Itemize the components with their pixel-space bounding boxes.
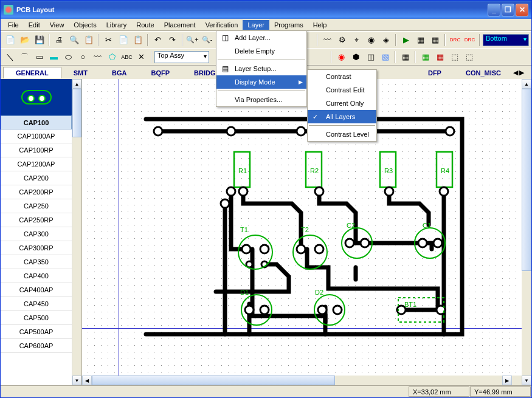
pcb-canvas[interactable]: R1 R2 R3 R4 <box>82 79 522 376</box>
menu-file[interactable]: File <box>3 20 24 30</box>
svg-point-14 <box>221 199 229 208</box>
title-icon[interactable]: 📋 <box>81 33 95 47</box>
tool4-icon[interactable]: ◈ <box>379 33 393 47</box>
tool12-icon[interactable]: ⬚ <box>462 50 476 64</box>
cat-dfp[interactable]: DFP <box>416 67 454 78</box>
menu-contrast-edit[interactable]: Contrast Edit <box>308 83 376 97</box>
drc-icon[interactable]: DRC <box>448 33 462 47</box>
cat-general[interactable]: GENERAL <box>3 67 61 78</box>
drc2-icon[interactable]: DRC <box>463 33 477 47</box>
close-button[interactable]: ✕ <box>516 4 528 16</box>
cat-next-icon[interactable]: ▶ <box>519 69 524 77</box>
zoom-out-icon[interactable]: 🔍- <box>200 33 214 47</box>
preview-icon[interactable]: 🔍 <box>67 33 81 47</box>
component-item[interactable]: CAP200 <box>1 171 72 185</box>
component-item[interactable]: CAP300RP <box>1 241 72 255</box>
minimize-button[interactable]: _ <box>488 4 500 16</box>
play-icon[interactable]: ▶ <box>399 33 413 47</box>
component-item[interactable]: CAP600AP <box>1 339 72 353</box>
cat-bga[interactable]: BGA <box>100 67 139 78</box>
menu-programs[interactable]: Programs <box>269 20 308 30</box>
sidebar-scrollbar[interactable]: ▲ ▼ <box>72 79 81 385</box>
menu-route[interactable]: Route <box>131 20 159 30</box>
menu-edit[interactable]: Edit <box>24 20 45 30</box>
menu-placement[interactable]: Placement <box>159 20 201 30</box>
menu-verification[interactable]: Verification <box>201 20 243 30</box>
tool11-icon[interactable]: ⬚ <box>447 50 461 64</box>
component-item[interactable]: CAP250RP <box>1 213 72 227</box>
zoom-in-icon[interactable]: 🔍+ <box>185 33 199 47</box>
tool2-icon[interactable]: ⌖ <box>350 33 364 47</box>
tool7-icon[interactable]: ◫ <box>364 50 378 64</box>
canvas-h-scrollbar[interactable]: ◀ ▶ <box>82 376 522 385</box>
line-icon[interactable]: ＼ <box>3 50 17 64</box>
undo-icon[interactable]: ↶ <box>151 33 165 47</box>
via-icon[interactable]: ◉ <box>334 50 348 64</box>
component-item[interactable]: CAP1000AP <box>1 129 72 143</box>
tool1-icon[interactable]: ⚙ <box>335 33 349 47</box>
menu-help[interactable]: Help <box>308 20 332 30</box>
menu-view[interactable]: View <box>45 20 69 30</box>
text-icon[interactable]: ABC <box>120 50 134 64</box>
tool8-icon[interactable]: ▧ <box>378 50 392 64</box>
maximize-button[interactable]: ❐ <box>502 4 514 16</box>
new-icon[interactable]: 📄 <box>3 33 17 47</box>
menu-all-layers[interactable]: ✓All Layers <box>308 110 376 123</box>
open-icon[interactable]: 📂 <box>18 33 32 47</box>
svg-point-13 <box>446 127 454 136</box>
redo-icon[interactable]: ↷ <box>165 33 179 47</box>
circle-icon[interactable]: ○ <box>76 50 90 64</box>
component-item[interactable]: CAP300 <box>1 227 72 241</box>
route-icon[interactable]: 〰 <box>320 33 334 47</box>
component-item[interactable]: CAP500AP <box>1 325 72 339</box>
component-item[interactable]: CAP250 <box>1 199 72 213</box>
component-item[interactable]: CAP200RP <box>1 185 72 199</box>
menu-delete-empty[interactable]: Delete Empty <box>216 44 306 58</box>
fillrect-icon[interactable]: ▬ <box>47 50 61 64</box>
menu-objects[interactable]: Objects <box>69 20 101 30</box>
menu-contrast-level[interactable]: Contrast Level <box>308 128 376 141</box>
menu-layer-setup[interactable]: ▤Layer Setup... <box>216 62 306 75</box>
paste-icon[interactable]: 📋 <box>131 33 145 47</box>
cat-smt[interactable]: SMT <box>61 67 100 78</box>
assy-select[interactable]: Top Assy <box>154 51 209 63</box>
menu-library[interactable]: Library <box>102 20 132 30</box>
print-icon[interactable]: 🖨 <box>52 33 66 47</box>
component-item[interactable]: CAP500 <box>1 311 72 325</box>
component-item[interactable]: CAP400AP <box>1 283 72 297</box>
copy-icon[interactable]: 📄 <box>116 33 130 47</box>
pad-icon[interactable]: ⬢ <box>349 50 363 64</box>
menu-current-only[interactable]: Current Only <box>308 97 376 110</box>
tool3-icon[interactable]: ◉ <box>364 33 378 47</box>
svg-text:R3: R3 <box>384 167 393 174</box>
pentagon-icon[interactable]: ⬠ <box>105 50 119 64</box>
cat-prev-icon[interactable]: ◀ <box>513 69 518 77</box>
save-icon[interactable]: 💾 <box>32 33 46 47</box>
tool9-icon[interactable]: ▦ <box>418 50 432 64</box>
menu-display-mode[interactable]: Display Mode▶ <box>216 75 306 89</box>
component-item[interactable]: CAP450 <box>1 297 72 311</box>
menu-layer[interactable]: Layer <box>243 20 269 30</box>
cat-conmisc[interactable]: CON_MISC <box>454 67 513 78</box>
menu-via-properties[interactable]: Via Properties... <box>216 93 306 106</box>
menu-contrast[interactable]: Contrast <box>308 70 376 83</box>
arc-icon[interactable]: ⌒ <box>18 50 32 64</box>
tool5-icon[interactable]: ▦ <box>413 33 427 47</box>
tool6-icon[interactable]: ▦ <box>428 33 442 47</box>
cut-icon[interactable]: ✂ <box>102 33 116 47</box>
layer-select[interactable]: Bottom <box>483 34 529 46</box>
tool10-icon[interactable]: ▦ <box>433 50 447 64</box>
component-item[interactable]: CAP400 <box>1 269 72 283</box>
canvas-v-scrollbar[interactable]: ▲ ▼ <box>522 79 531 385</box>
poly-icon[interactable]: 〰 <box>91 50 105 64</box>
menu-add-layer[interactable]: ◫Add Layer... <box>216 31 306 44</box>
cat-bqfp[interactable]: BQFP <box>139 67 182 78</box>
ellipse-icon[interactable]: ⬭ <box>61 50 75 64</box>
component-item[interactable]: CAP100RP <box>1 143 72 157</box>
component-item[interactable]: CAP350 <box>1 255 72 269</box>
component-item[interactable]: CAP100 <box>1 115 72 129</box>
delete-icon[interactable]: ✕ <box>134 50 148 64</box>
rect-icon[interactable]: ▭ <box>32 50 46 64</box>
component-item[interactable]: CAP1200AP <box>1 157 72 171</box>
grid-icon[interactable]: ▦ <box>398 50 412 64</box>
